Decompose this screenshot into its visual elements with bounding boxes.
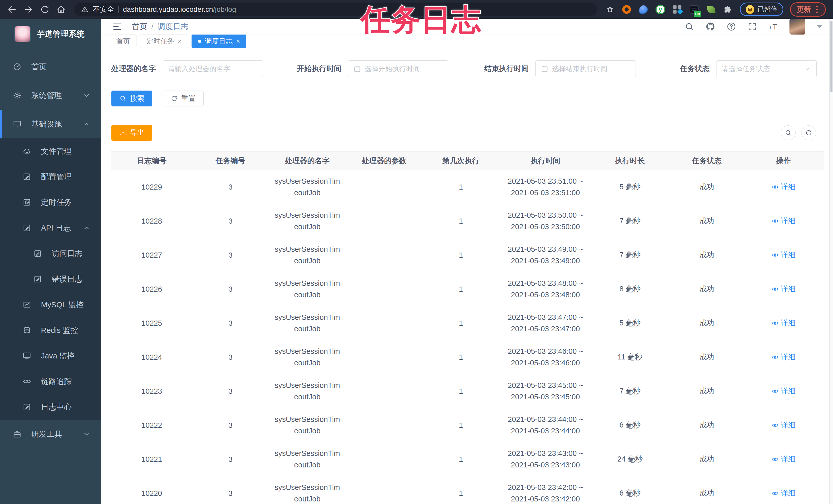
job-id-cell: 3 bbox=[192, 285, 269, 294]
detail-link[interactable]: 详细 bbox=[771, 488, 795, 498]
detail-link[interactable]: 详细 bbox=[771, 454, 795, 464]
column-header: 操作 bbox=[745, 156, 822, 166]
end-time-label: 结束执行时间 bbox=[484, 64, 529, 74]
refresh-table-button[interactable] bbox=[801, 125, 816, 140]
sidebar-item-trace[interactable]: 链路追踪 bbox=[0, 369, 101, 394]
export-button[interactable]: 导出 bbox=[111, 125, 152, 141]
detail-link[interactable]: 详细 bbox=[771, 250, 795, 260]
status-select[interactable] bbox=[716, 60, 817, 77]
app-logo-row[interactable]: 芋道管理系统 bbox=[0, 19, 101, 52]
extension-orange-icon[interactable] bbox=[621, 4, 632, 15]
tab-close-icon[interactable]: × bbox=[236, 37, 240, 45]
scrollbar-thumb[interactable] bbox=[830, 21, 832, 92]
github-icon[interactable] bbox=[706, 22, 715, 31]
sidebar-item-job[interactable]: 定时任务 bbox=[0, 190, 101, 215]
job-id-cell: 3 bbox=[192, 251, 269, 259]
start-time-input-wrap bbox=[348, 60, 448, 77]
reset-button[interactable]: 重置 bbox=[163, 91, 204, 106]
sidebar-item-error-log[interactable]: 错误日志 bbox=[0, 266, 101, 292]
url-bar[interactable]: 不安全 dashboard.yudao.iocoder.cn/job/log bbox=[74, 3, 597, 16]
sidebar-item-java[interactable]: Java 监控 bbox=[0, 343, 101, 369]
extension-green-y-icon[interactable]: y bbox=[655, 4, 666, 15]
tab-1[interactable]: 定时任务× bbox=[140, 34, 188, 48]
chart-icon bbox=[23, 300, 31, 309]
sidebar-item-access-log[interactable]: 访问日志 bbox=[0, 241, 101, 266]
caret-down-icon[interactable] bbox=[817, 25, 822, 28]
sidebar-item-file[interactable]: 文件管理 bbox=[0, 138, 101, 164]
fullscreen-icon[interactable] bbox=[747, 22, 757, 31]
table-row: 102233sysUserSessionTimeoutJob12021-05-0… bbox=[111, 374, 824, 408]
detail-link[interactable]: 详细 bbox=[771, 284, 795, 294]
extension-leaf-icon[interactable] bbox=[706, 4, 717, 15]
status-select-input[interactable] bbox=[722, 65, 800, 73]
sidebar-item-mysql[interactable]: MySQL 监控 bbox=[0, 292, 101, 318]
tab-0[interactable]: 首页 bbox=[110, 34, 137, 48]
breadcrumb-home[interactable]: 首页 bbox=[132, 22, 147, 32]
extensions-puzzle-icon[interactable] bbox=[722, 4, 734, 15]
sidebar-item-redis[interactable]: Redis 监控 bbox=[0, 318, 101, 343]
action-cell: 详细 bbox=[745, 250, 822, 260]
column-header: 日志编号 bbox=[111, 156, 192, 166]
detail-link[interactable]: 详细 bbox=[771, 420, 795, 430]
table-body: 102293sysUserSessionTimeoutJob12021-05-0… bbox=[111, 170, 824, 504]
execute-time-cell: 2021-05-03 23:47:00 ~2021-05-03 23:47:00 bbox=[499, 311, 592, 335]
forward-icon[interactable] bbox=[24, 5, 33, 14]
user-avatar[interactable] bbox=[789, 19, 805, 34]
search-icon[interactable] bbox=[685, 22, 694, 31]
handler-input[interactable] bbox=[168, 65, 258, 73]
toggle-search-button[interactable] bbox=[781, 125, 795, 140]
sidebar-item-api-log[interactable]: API 日志 bbox=[0, 215, 101, 241]
detail-link[interactable]: 详细 bbox=[771, 182, 795, 192]
edit-icon bbox=[23, 172, 31, 181]
detail-link[interactable]: 详细 bbox=[771, 352, 795, 362]
sidebar-item-log-center[interactable]: 日志中心 bbox=[0, 394, 101, 420]
detail-link[interactable]: 详细 bbox=[771, 318, 795, 328]
sidebar-item-system[interactable]: 系统管理 bbox=[0, 81, 101, 110]
font-size-icon[interactable]: TT bbox=[768, 22, 778, 31]
browser-update-button[interactable]: 更新 bbox=[790, 2, 826, 17]
sidebar-item-label: MySQL 监控 bbox=[41, 300, 84, 310]
eye-icon bbox=[771, 490, 779, 497]
duration-cell: 8 毫秒 bbox=[592, 284, 668, 294]
start-time-input[interactable] bbox=[365, 65, 443, 73]
sidebar-item-infra[interactable]: 基础设施 bbox=[0, 110, 101, 138]
profile-paused-chip[interactable]: 已暂停 bbox=[740, 3, 783, 16]
sidebar-item-home[interactable]: 首页 bbox=[0, 52, 101, 81]
scrollbar[interactable] bbox=[829, 19, 833, 504]
detail-link[interactable]: 详细 bbox=[771, 216, 795, 226]
home-icon[interactable] bbox=[56, 5, 66, 14]
execute-time-cell: 2021-05-03 23:42:00 ~2021-05-03 23:42:00 bbox=[499, 482, 592, 504]
back-icon[interactable] bbox=[7, 5, 17, 14]
end-time-input[interactable] bbox=[552, 65, 630, 73]
action-cell: 详细 bbox=[745, 318, 822, 328]
url-text: dashboard.yudao.iocoder.cn/job/log bbox=[123, 5, 236, 14]
help-icon[interactable] bbox=[727, 22, 736, 31]
sidebar-collapse-icon[interactable] bbox=[112, 21, 123, 32]
handler-cell: sysUserSessionTimeoutJob bbox=[269, 244, 346, 267]
extension-blue-icon[interactable] bbox=[638, 4, 649, 15]
tab-close-icon[interactable]: × bbox=[178, 37, 182, 45]
tab-2[interactable]: 调度日志× bbox=[192, 34, 246, 48]
execute-time-cell: 2021-05-03 23:49:00 ~2021-05-03 23:49:00 bbox=[499, 244, 592, 267]
gauge-icon bbox=[13, 62, 22, 71]
sidebar-item-config[interactable]: 配置管理 bbox=[0, 164, 101, 190]
table-row: 102203sysUserSessionTimeoutJob12021-05-0… bbox=[111, 476, 824, 504]
duration-cell: 11 毫秒 bbox=[592, 352, 668, 362]
job-id-cell: 3 bbox=[192, 353, 269, 361]
extension-on-icon[interactable]: on bbox=[689, 4, 700, 15]
log-id-cell: 10229 bbox=[111, 183, 192, 192]
eye-icon bbox=[771, 285, 779, 293]
detail-link[interactable]: 详细 bbox=[771, 386, 795, 396]
search-button[interactable]: 搜索 bbox=[111, 91, 152, 106]
reload-icon[interactable] bbox=[40, 5, 50, 14]
browser-menu-icon[interactable] bbox=[815, 6, 819, 13]
sidebar-item-devtools[interactable]: 研发工具 bbox=[0, 420, 101, 449]
execute-time-cell: 2021-05-03 23:45:00 ~2021-05-03 23:45:00 bbox=[499, 380, 592, 403]
extension-grid-icon[interactable] bbox=[672, 4, 683, 15]
security-label: 不安全 bbox=[93, 5, 114, 14]
table-row: 102213sysUserSessionTimeoutJob12021-05-0… bbox=[111, 442, 824, 476]
bookmark-star-icon[interactable] bbox=[605, 5, 614, 14]
refresh-icon bbox=[170, 95, 178, 102]
job-id-cell: 3 bbox=[192, 217, 269, 225]
tab-label: 首页 bbox=[116, 36, 130, 46]
